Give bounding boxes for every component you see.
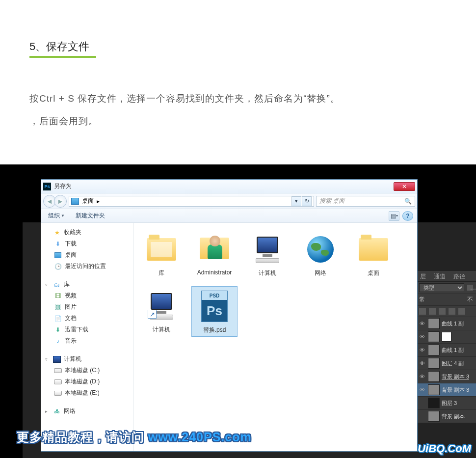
file-label: 替换.psd <box>203 326 226 334</box>
layer-thumb <box>428 398 440 408</box>
layer-row[interactable]: 👁 曲线 1 副 <box>416 317 476 330</box>
navbar: ◄ ► 桌面 ▸ ▾ ↻ 搜索 桌面 🔍 <box>41 193 417 209</box>
user-folder-icon <box>200 235 229 264</box>
layer-thumb <box>428 411 440 422</box>
tab-paths[interactable]: 路径 <box>450 271 469 281</box>
section-body: 按Ctrl + S 保存文件，选择一个容易找到的文件夹，然后命名为“替换”。 ，… <box>29 87 447 132</box>
document-icon: 📄 <box>54 315 62 323</box>
visibility-icon[interactable] <box>418 399 426 407</box>
search-icon[interactable]: 🔍 <box>404 198 412 205</box>
article-section: 5、保存文件 按Ctrl + S 保存文件，选择一个容易找到的文件夹，然后命名为… <box>0 0 476 152</box>
favorites-group[interactable]: ★收藏夹 <box>43 227 131 238</box>
layer-thumb <box>428 331 440 342</box>
sidebar-item-desktop[interactable]: 桌面 <box>43 249 131 261</box>
layers-panel: 层 通道 路径 类型 常 不 👁 曲线 1 副 👁 👁 曲线 1 副 👁 图层 … <box>416 271 476 423</box>
library-icon: 🗂 <box>53 281 61 289</box>
crumb-label: 桌面 <box>82 197 94 205</box>
file-item-network[interactable]: 网络 <box>297 230 344 279</box>
refresh-button[interactable]: ↻ <box>302 196 312 206</box>
library-group[interactable]: ▿🗂库 <box>43 279 131 290</box>
panel-tabs: 层 通道 路径 <box>416 271 476 282</box>
sidebar-item-downloads[interactable]: ⬇下载 <box>43 238 131 249</box>
expand-icon[interactable]: ▿ <box>45 282 50 287</box>
computer-group[interactable]: ▿计算机 <box>43 353 131 365</box>
layer-mask <box>442 332 451 342</box>
file-label: 计算机 <box>153 325 170 334</box>
star-icon: ★ <box>53 229 61 237</box>
visibility-icon[interactable]: 👁 <box>418 320 426 327</box>
file-label: 计算机 <box>259 269 276 277</box>
visibility-icon[interactable]: 👁 <box>418 359 426 367</box>
toolbar: 组织 ▼ 新建文件夹 ▤▾ ? <box>41 209 417 223</box>
lock-all-icon[interactable] <box>449 308 455 315</box>
view-options-button[interactable]: ▤▾ <box>389 211 399 221</box>
lock-position-icon[interactable] <box>429 308 436 315</box>
sidebar-item-pictures[interactable]: 🖼图片 <box>43 301 131 313</box>
sidebar-item-video[interactable]: 🎞视频 <box>43 290 131 301</box>
visibility-icon[interactable]: 👁 <box>418 333 426 341</box>
layer-label: 图层 3 <box>442 400 457 407</box>
drive-icon <box>54 378 62 386</box>
titlebar: Ps 另存为 ✕ <box>41 180 417 193</box>
layer-label: 图层 4 副 <box>442 360 464 367</box>
file-label: 库 <box>159 269 164 277</box>
expand-icon[interactable]: ▸ <box>45 409 50 414</box>
layer-thumb <box>428 384 440 395</box>
sidebar-item-thunder[interactable]: ⬇迅雷下载 <box>43 324 131 335</box>
search-input[interactable]: 搜索 桌面 🔍 <box>316 196 415 207</box>
expand-icon[interactable]: ▿ <box>45 357 50 362</box>
crumb-arrow-icon[interactable]: ▸ <box>97 198 100 205</box>
forward-button[interactable]: ► <box>54 195 67 208</box>
sidebar-item-recent[interactable]: 🕒最近访问的位置 <box>43 261 131 272</box>
layer-row[interactable]: 背景 副本 <box>416 410 476 423</box>
sidebar-item-disk-e[interactable]: 本地磁盘 (E:) <box>43 387 131 399</box>
breadcrumb[interactable]: 桌面 ▸ ▾ ↻ <box>69 196 314 207</box>
sidebar-item-music[interactable]: ♪音乐 <box>43 335 131 347</box>
file-item-computer-shortcut[interactable]: ↗ 计算机 <box>138 286 185 337</box>
layer-label: 背景 副本 3 <box>442 373 469 380</box>
file-item-library[interactable]: 库 <box>138 230 185 279</box>
kind-select[interactable]: 类型 <box>419 283 464 292</box>
globe-icon <box>307 236 334 263</box>
file-item-desktop[interactable]: 桌面 <box>350 230 397 279</box>
layer-row[interactable]: 👁 背景 副本 3 <box>416 370 476 383</box>
tab-channels[interactable]: 通道 <box>430 271 450 281</box>
picture-icon: 🖼 <box>54 303 62 311</box>
lock-pixels-icon[interactable] <box>419 308 426 315</box>
crumb-dropdown-button[interactable]: ▾ <box>291 196 301 206</box>
visibility-icon[interactable]: 👁 <box>418 346 426 354</box>
file-label: 桌面 <box>368 269 379 277</box>
network-group[interactable]: ▸🖧网络 <box>43 405 131 417</box>
file-label: 网络 <box>315 269 326 277</box>
file-item-computer[interactable]: 计算机 <box>244 230 291 279</box>
dialog-body: ★收藏夹 ⬇下载 桌面 🕒最近访问的位置 ▿🗂库 🎞视频 🖼图片 📄文档 ⬇迅雷… <box>41 223 417 451</box>
organize-button[interactable]: 组织 ▼ <box>45 211 68 221</box>
opacity-label: 不 <box>467 296 473 304</box>
sidebar-item-disk-d[interactable]: 本地磁盘 (D:) <box>43 376 131 387</box>
new-folder-button[interactable]: 新建文件夹 <box>73 211 108 221</box>
file-item-administrator[interactable]: Administrator <box>191 230 238 279</box>
layer-row[interactable]: 图层 3 <box>416 397 476 410</box>
lock-artboard-icon[interactable] <box>439 308 446 315</box>
computer-shortcut-icon: ↗ <box>147 292 176 320</box>
layer-row[interactable]: 👁 <box>416 330 476 344</box>
visibility-icon[interactable]: 👁 <box>418 386 426 394</box>
layer-row[interactable]: 👁 背景 副本 3 <box>416 383 476 397</box>
download-icon: ⬇ <box>54 240 62 248</box>
tab-layers[interactable]: 层 <box>416 271 430 281</box>
sidebar-item-disk-c[interactable]: 本地磁盘 (C:) <box>43 365 131 376</box>
file-item-psd[interactable]: PSDPs 替换.psd <box>191 286 238 337</box>
visibility-icon[interactable]: 👁 <box>418 373 426 380</box>
recent-icon: 🕒 <box>54 263 62 270</box>
close-button[interactable]: ✕ <box>394 182 415 191</box>
sidebar-item-documents[interactable]: 📄文档 <box>43 313 131 324</box>
layer-label: 背景 副本 3 <box>442 386 469 394</box>
lock-fill-icon[interactable] <box>458 308 465 315</box>
help-button[interactable]: ? <box>402 211 413 221</box>
visibility-icon[interactable] <box>418 412 426 420</box>
layer-row[interactable]: 👁 图层 4 副 <box>416 357 476 370</box>
layer-row[interactable]: 👁 曲线 1 副 <box>416 344 476 357</box>
text-overflow-indicator: ⋯ <box>470 286 476 293</box>
thunder-icon: ⬇ <box>54 326 62 334</box>
blend-row: 常 不 <box>416 294 476 306</box>
